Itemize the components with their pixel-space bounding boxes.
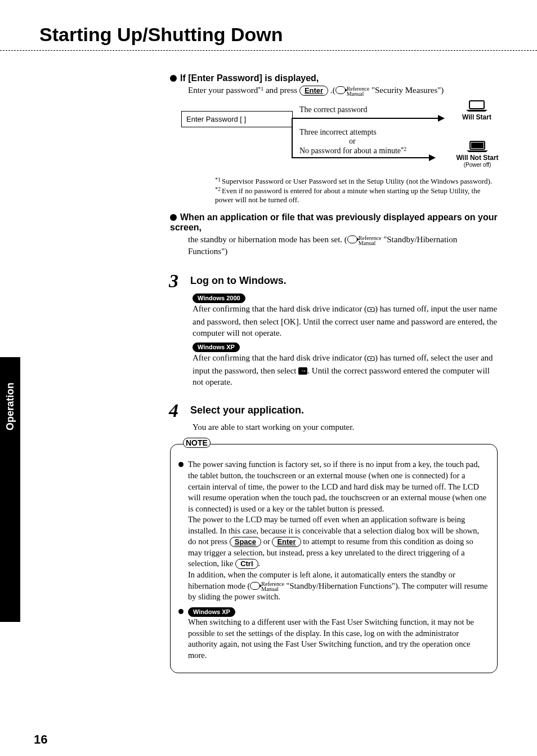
text: "Security Measures") bbox=[369, 86, 444, 95]
step-4: 4 Select your application. bbox=[169, 400, 498, 421]
step-number: 3 bbox=[169, 270, 188, 292]
enter-key-icon: Enter bbox=[299, 86, 328, 96]
arrowhead-icon bbox=[438, 115, 445, 122]
content-area: If [Enter Password] is displayed, Enter … bbox=[170, 73, 498, 673]
step-3-body: Windows 2000 After confirming that the h… bbox=[193, 292, 498, 388]
incorrect-label-1: Three incorrect attempts bbox=[299, 128, 377, 137]
svg-rect-2 bbox=[471, 143, 484, 148]
previous-app-body: the standby or hibernation mode has been… bbox=[188, 234, 498, 257]
correct-password-label: The correct password bbox=[299, 105, 368, 114]
text: When switching to a different user with … bbox=[188, 617, 474, 660]
hdd-icon bbox=[367, 353, 375, 364]
step-title: Select your application. bbox=[190, 404, 304, 416]
text: .( bbox=[328, 86, 335, 95]
pointer-icon bbox=[347, 235, 357, 243]
windows-xp-pill: Windows XP bbox=[193, 343, 240, 352]
heading-bullet-icon bbox=[170, 75, 177, 82]
footnote-1: Supervisor Password or User Password set… bbox=[222, 177, 492, 185]
flow-line bbox=[292, 118, 438, 119]
text: the standby or hibernation mode has been… bbox=[188, 235, 347, 244]
password-flow-diagram: Enter Password [ ] The correct password … bbox=[181, 101, 498, 174]
text: After confirming that the hard disk driv… bbox=[193, 304, 497, 337]
ctrl-key-icon: Ctrl bbox=[235, 559, 258, 569]
incorrect-label-2: No password for about a minute*2 bbox=[299, 146, 406, 155]
windows-2000-pill: Windows 2000 bbox=[193, 293, 245, 303]
or-label: or bbox=[349, 137, 356, 146]
note-bullet-1: The power saving function is factory set… bbox=[178, 459, 489, 602]
bullet-icon bbox=[178, 609, 184, 614]
note-bullet-2: Windows XP When switching to a different… bbox=[178, 606, 489, 661]
arrow-button-icon: → bbox=[298, 367, 307, 375]
text: After confirming that the hard disk driv… bbox=[193, 353, 493, 386]
hdd-icon bbox=[367, 304, 375, 315]
step-title: Log on to Windows. bbox=[190, 275, 287, 286]
will-not-start-laptop-icon: Will Not Start (Power off) bbox=[455, 140, 500, 168]
text: and press bbox=[263, 86, 299, 95]
will-start-laptop-icon: Will Start bbox=[462, 100, 492, 121]
windows-xp-pill: Windows XP bbox=[188, 607, 235, 617]
footnotes: *1Supervisor Password or User Password s… bbox=[215, 176, 498, 205]
pointer-icon bbox=[335, 86, 346, 94]
svg-point-4 bbox=[370, 309, 372, 311]
heading-enter-password: If [Enter Password] is displayed, bbox=[170, 73, 498, 83]
enter-password-intro: Enter your password*1 and press Enter .(… bbox=[188, 85, 498, 96]
reference-manual-label: ReferenceManual bbox=[261, 581, 284, 592]
sidebar-tab-label: Operation bbox=[5, 383, 16, 430]
note-box: NOTE The power saving function is factor… bbox=[170, 444, 498, 673]
heading-bullet-icon bbox=[170, 214, 177, 221]
bullet-icon bbox=[178, 462, 184, 467]
enter-password-box: Enter Password [ ] bbox=[181, 111, 293, 127]
enter-key-icon: Enter bbox=[272, 537, 301, 547]
pointer-icon bbox=[250, 582, 260, 590]
text: Enter your password bbox=[188, 86, 258, 95]
text: The power saving function is factory set… bbox=[188, 460, 486, 513]
arrowhead-icon bbox=[429, 154, 436, 161]
footnote-ref: *1 bbox=[258, 86, 263, 92]
step-number: 4 bbox=[169, 400, 188, 421]
space-key-icon: Space bbox=[230, 537, 261, 547]
text: or bbox=[261, 537, 272, 546]
power-off-label: (Power off) bbox=[455, 162, 500, 168]
heading-previous-app: When an application or file that was pre… bbox=[170, 212, 498, 233]
step-3: 3 Log on to Windows. bbox=[169, 270, 498, 292]
page-number: 16 bbox=[34, 732, 47, 747]
will-start-label: Will Start bbox=[462, 113, 492, 121]
will-not-start-label: Will Not Start bbox=[455, 154, 500, 162]
svg-point-6 bbox=[370, 358, 372, 360]
note-label: NOTE bbox=[183, 438, 211, 448]
reference-manual-label: ReferenceManual bbox=[359, 235, 382, 246]
title-divider bbox=[0, 50, 537, 51]
flow-line bbox=[292, 118, 293, 158]
flow-line bbox=[292, 157, 429, 158]
sidebar-tab-operation: Operation bbox=[0, 357, 20, 622]
step-4-body: You are able to start working on your co… bbox=[193, 421, 498, 433]
svg-rect-0 bbox=[469, 101, 484, 109]
reference-manual-label: ReferenceManual bbox=[347, 86, 370, 96]
footnote-2: Even if no password is entered for about… bbox=[215, 186, 480, 204]
page-title: Starting Up/Shutting Down bbox=[39, 24, 537, 46]
heading-text: When an application or file that was pre… bbox=[170, 212, 498, 232]
heading-text: If [Enter Password] is displayed, bbox=[180, 73, 319, 83]
text: . bbox=[258, 559, 261, 568]
